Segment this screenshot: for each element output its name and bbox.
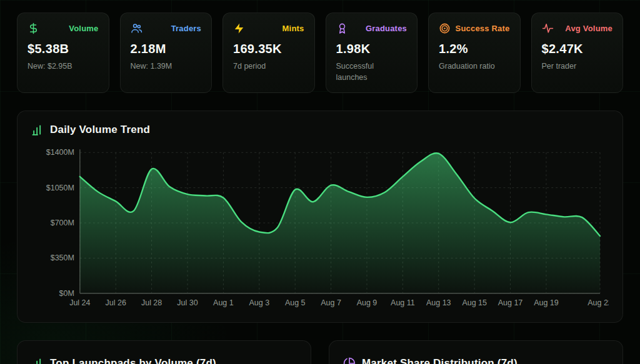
svg-text:Aug 7: Aug 7 bbox=[321, 298, 341, 307]
svg-text:Jul 24: Jul 24 bbox=[69, 298, 90, 307]
pulse-icon bbox=[542, 22, 554, 34]
stat-card-traders: Traders 2.18M New: 1.39M bbox=[120, 12, 212, 93]
svg-text:Jul 30: Jul 30 bbox=[177, 298, 198, 307]
stat-subtitle: New: 1.39M bbox=[131, 61, 202, 72]
daily-volume-panel: Daily Volume Trend $0M$350M$700M$1050M$1… bbox=[17, 111, 623, 323]
stats-row: Volume $5.38B New: $2.95B Traders 2.18M … bbox=[17, 12, 623, 93]
chart-area[interactable]: $0M$350M$700M$1050M$1400MJul 24Jul 26Jul… bbox=[31, 144, 609, 313]
bar-chart-icon bbox=[31, 124, 44, 136]
panel-title: Top Launchpads by Volume (7d) bbox=[50, 357, 216, 364]
svg-text:Jul 28: Jul 28 bbox=[141, 298, 162, 307]
daily-volume-chart: $0M$350M$700M$1050M$1400MJul 24Jul 26Jul… bbox=[31, 144, 609, 313]
stat-label: Success Rate bbox=[456, 24, 510, 33]
stat-label: Avg Volume bbox=[565, 24, 612, 33]
stat-label: Graduates bbox=[366, 24, 407, 33]
panel-title: Market Share Distribution (7d) bbox=[362, 357, 518, 364]
stat-subtitle: New: $2.95B bbox=[28, 61, 99, 72]
stat-label: Mints bbox=[282, 24, 304, 33]
svg-text:Aug 9: Aug 9 bbox=[357, 298, 378, 307]
panel-title: Daily Volume Trend bbox=[50, 124, 150, 136]
svg-text:Aug 1: Aug 1 bbox=[213, 298, 234, 307]
stat-card-graduates: Graduates 1.98K Successful launches bbox=[326, 12, 418, 93]
stat-value: 1.98K bbox=[336, 42, 408, 56]
stat-value: $2.47K bbox=[542, 42, 613, 56]
svg-text:$700M: $700M bbox=[51, 219, 74, 227]
stat-subtitle: Graduation ratio bbox=[439, 61, 510, 72]
svg-text:Aug 3: Aug 3 bbox=[249, 298, 269, 307]
stat-card-avg-volume: Avg Volume $2.47K Per trader bbox=[531, 12, 624, 93]
svg-text:$1050M: $1050M bbox=[46, 184, 74, 192]
market-share-panel: Market Share Distribution (7d) bbox=[329, 340, 623, 364]
bottom-row: Top Launchpads by Volume (7d) Market Sha… bbox=[17, 340, 623, 364]
svg-text:Aug 17: Aug 17 bbox=[498, 298, 523, 307]
stat-card-mints: Mints 169.35K 7d period bbox=[222, 12, 315, 93]
medal-icon bbox=[336, 22, 348, 34]
svg-text:Aug 19: Aug 19 bbox=[534, 298, 559, 307]
svg-text:Aug 11: Aug 11 bbox=[391, 298, 415, 307]
dashboard-page: Volume $5.38B New: $2.95B Traders 2.18M … bbox=[0, 0, 640, 364]
stat-subtitle: Successful launches bbox=[336, 61, 408, 83]
stat-card-volume: Volume $5.38B New: $2.95B bbox=[17, 12, 109, 93]
stat-label: Volume bbox=[69, 24, 98, 33]
stat-value: $5.38B bbox=[28, 42, 99, 56]
top-launchpads-panel: Top Launchpads by Volume (7d) bbox=[17, 340, 311, 364]
svg-text:Aug 13: Aug 13 bbox=[426, 298, 451, 307]
bolt-icon bbox=[233, 22, 245, 34]
svg-text:$0M: $0M bbox=[59, 289, 74, 298]
svg-text:Aug 15: Aug 15 bbox=[462, 298, 487, 307]
dollar-icon bbox=[28, 22, 39, 34]
stat-card-success-rate: Success Rate 1.2% Graduation ratio bbox=[428, 12, 521, 93]
svg-text:$1400M: $1400M bbox=[46, 148, 74, 157]
stat-subtitle: 7d period bbox=[233, 61, 304, 72]
bar-chart-icon bbox=[31, 357, 44, 364]
target-icon bbox=[439, 22, 451, 34]
svg-text:Aug 22: Aug 22 bbox=[588, 298, 609, 307]
svg-text:Jul 26: Jul 26 bbox=[106, 298, 126, 307]
stat-value: 1.2% bbox=[439, 42, 510, 56]
pie-chart-icon bbox=[343, 357, 356, 364]
stat-value: 169.35K bbox=[233, 42, 304, 56]
stat-value: 2.18M bbox=[131, 42, 202, 56]
stat-subtitle: Per trader bbox=[542, 61, 613, 72]
stat-label: Traders bbox=[171, 24, 201, 33]
users-icon bbox=[131, 22, 142, 34]
svg-text:Aug 5: Aug 5 bbox=[285, 298, 306, 307]
svg-text:$350M: $350M bbox=[51, 253, 74, 262]
